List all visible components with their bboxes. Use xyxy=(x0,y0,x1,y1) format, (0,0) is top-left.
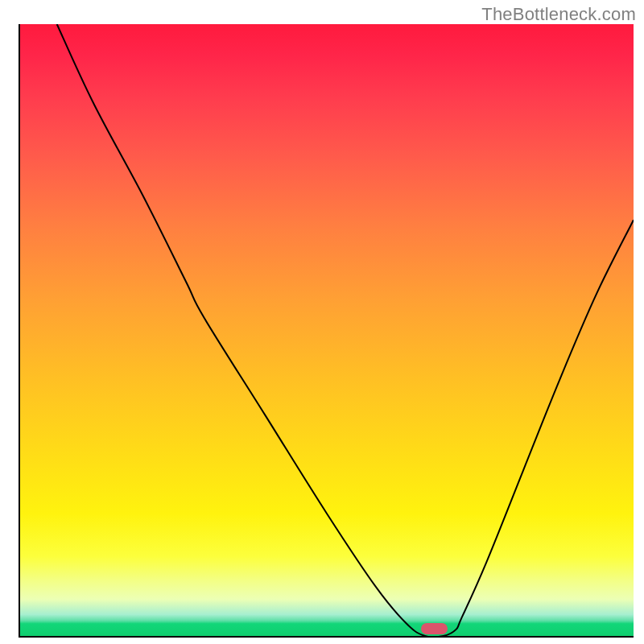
axis-frame xyxy=(19,24,634,638)
watermark-text: TheBottleneck.com xyxy=(0,4,636,25)
